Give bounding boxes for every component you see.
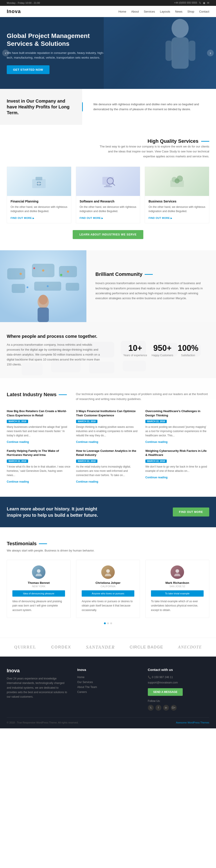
news-card-2: Overcoming Healthcare's Challenges in De… bbox=[145, 409, 209, 443]
footer-link-services[interactable]: Our Services bbox=[77, 681, 93, 684]
service-illustration-1 bbox=[30, 173, 48, 190]
service-card-title-3: Business Services bbox=[148, 199, 206, 203]
community-content: Brilliant Community Inova's process tran… bbox=[86, 260, 216, 312]
hero-cta-button[interactable]: Get Started Now bbox=[7, 65, 50, 74]
service-card-link-2[interactable]: FIND OUT MORE bbox=[80, 217, 103, 219]
footer-link-home[interactable]: Home bbox=[77, 676, 84, 679]
clients-section: QUIRREL CORDEX Santander CIRCLE BADGE An… bbox=[0, 638, 216, 656]
news-card-title-5: Weighing Cybersecurity Risk Factors in L… bbox=[145, 449, 209, 457]
svg-point-35 bbox=[39, 295, 48, 305]
nav-home[interactable]: Home bbox=[118, 10, 126, 13]
client-logo-4: Anecdote bbox=[178, 645, 202, 650]
social-icon-in[interactable]: in bbox=[163, 705, 169, 711]
send-message-button[interactable]: SEND A MESSAGE bbox=[148, 688, 183, 696]
testimonial-btn-2[interactable]: To take trivial example bbox=[151, 590, 204, 597]
dot-2[interactable] bbox=[110, 622, 112, 624]
stat-customers-label: Happy Customers bbox=[152, 354, 173, 357]
news-card-snippet-5: We don't have to go very far back in tim… bbox=[145, 465, 209, 473]
nav-about[interactable]: About bbox=[131, 10, 139, 13]
nav-contact[interactable]: Contact bbox=[199, 10, 209, 13]
svg-rect-4 bbox=[189, 41, 195, 61]
hero-title: Global Project Management Services & Sol… bbox=[7, 32, 106, 48]
news-grid: How Big Box Retailers Can Create a World… bbox=[7, 409, 209, 483]
svg-rect-12 bbox=[104, 186, 112, 187]
news-header: Latest Industry News Our technical exper… bbox=[7, 392, 209, 402]
invest-left: Invest in Our Company and have Healthy P… bbox=[0, 89, 82, 125]
community-title: Brilliant Community bbox=[96, 271, 207, 277]
client-logo-2: Santander bbox=[86, 645, 115, 650]
footer-col-contact: Contact with us 📞 0 150 987 246 11 suppo… bbox=[148, 668, 209, 711]
news-card-continue-1[interactable]: Continue reading bbox=[76, 440, 98, 443]
svg-point-48 bbox=[176, 569, 179, 573]
hero-image bbox=[104, 17, 216, 89]
stat-experience: 10+ Years of experience bbox=[123, 343, 147, 357]
logo: Inova bbox=[7, 8, 21, 14]
dot-1[interactable] bbox=[107, 622, 109, 624]
follow-label: Follow Us: bbox=[148, 700, 160, 703]
news-card-continue-2[interactable]: Continue reading bbox=[145, 440, 168, 443]
future-cta-button[interactable]: FIND OUT MORE bbox=[173, 507, 209, 517]
invest-text: We denounce with righteous indignation a… bbox=[93, 102, 207, 112]
news-card-snippet-2: In a recent posting we discussed 'journe… bbox=[145, 425, 209, 438]
news-description: Our technical experts are developing new… bbox=[76, 392, 209, 402]
footer-theme-link[interactable]: Awesome WordPress Themes bbox=[176, 721, 209, 724]
hero-prev-button[interactable]: ‹ bbox=[2, 50, 9, 56]
nav-services[interactable]: Services bbox=[144, 10, 155, 13]
footer-link-careers[interactable]: Careers bbox=[77, 690, 87, 693]
services-description: The best way to get to know our company … bbox=[97, 144, 209, 159]
nav-news[interactable]: News bbox=[175, 10, 183, 13]
hero-illustration bbox=[104, 17, 216, 89]
social-icon-t[interactable]: 𝕏 bbox=[148, 705, 154, 711]
service-card-image-2 bbox=[76, 167, 140, 196]
social-icon-f[interactable]: f bbox=[156, 705, 161, 711]
dot-0[interactable] bbox=[104, 622, 106, 624]
service-card-link-3[interactable]: FIND OUT MORE bbox=[148, 217, 172, 219]
nav-layouts[interactable]: Layouts bbox=[160, 10, 170, 13]
learn-btn-wrap: LEARN ABOUT INDUSTRIES WE SERVE bbox=[7, 230, 209, 239]
footer-link-team[interactable]: About The Team bbox=[77, 685, 97, 689]
hero-content: Global Project Management Services & Sol… bbox=[7, 32, 106, 74]
hero-next-button[interactable]: › bbox=[207, 50, 214, 56]
news-card-date-4: MARCH 22, 2018 bbox=[76, 460, 98, 463]
news-card-title-1: 3 Ways Financial Institutions Can Optimi… bbox=[76, 409, 140, 417]
social-icon-instagram[interactable]: ◉ bbox=[203, 1, 205, 4]
footer-about-text: Over 24 years experience and knowledge i… bbox=[7, 676, 68, 699]
testimonial-quote-2: To take trivial example which of us ever… bbox=[151, 599, 204, 612]
news-card-continue-5[interactable]: Continue reading bbox=[145, 476, 168, 479]
svg-rect-23 bbox=[12, 284, 25, 293]
social-icon-mail[interactable]: ✉ bbox=[207, 1, 209, 4]
footer-logo: Inova bbox=[7, 668, 68, 674]
social-icon-g[interactable]: G+ bbox=[171, 705, 177, 711]
news-card-continue-0[interactable]: Continue reading bbox=[7, 440, 29, 443]
service-card-body-2: Software and Research On the other hand,… bbox=[76, 196, 140, 223]
learn-industries-button[interactable]: LEARN ABOUT INDUSTRIES WE SERVE bbox=[73, 230, 143, 239]
news-card-date-5: MARCH 22, 2018 bbox=[145, 460, 167, 463]
testimonial-role-0: NEW YORK bbox=[12, 585, 65, 588]
service-illustration-2 bbox=[99, 173, 117, 190]
news-card-date-0: MARCH 22, 2018 bbox=[7, 420, 28, 423]
top-bar: Monday - Friday 10:00 - 21:00 +44 (0)555… bbox=[0, 0, 216, 6]
phone-icon: 📞 bbox=[148, 676, 152, 679]
footer-col-links: Inova Home Our Services About The Team C… bbox=[77, 668, 139, 711]
svg-point-32 bbox=[60, 274, 62, 276]
testimonial-btn-1[interactable]: Anyone who loves or pursues bbox=[82, 590, 134, 597]
svg-rect-6 bbox=[35, 177, 42, 180]
testimonial-card-2: Mark Richardson SAN JOSE 52 To take triv… bbox=[145, 560, 209, 618]
nav-shop[interactable]: Shop bbox=[187, 10, 194, 13]
process-inner: Where people and process come together. … bbox=[7, 333, 209, 367]
stat-satisfaction-label: Satisfaction bbox=[178, 354, 198, 357]
news-card-continue-3[interactable]: Continue reading bbox=[7, 480, 29, 483]
testimonial-name-0: Thomas Bennet bbox=[12, 581, 65, 585]
news-card-0: How Big Box Retailers Can Create a World… bbox=[7, 409, 71, 443]
service-card-desc-3: On the other hand, we denounce with righ… bbox=[148, 205, 206, 214]
news-section: Latest Industry News Our technical exper… bbox=[0, 378, 216, 497]
services-header: High Quality Services bbox=[7, 138, 209, 144]
top-bar-phone: +44 (0)555 555 5555 bbox=[174, 1, 197, 4]
news-card-4: How to Leverage Customer Analytics in th… bbox=[76, 449, 140, 483]
testimonial-btn-0[interactable]: Idea of denouncing pleasure bbox=[12, 590, 65, 597]
footer-follow: Follow Us: 𝕏 f in G+ bbox=[148, 699, 209, 711]
footer-links-list: Home Our Services About The Team Careers bbox=[77, 675, 139, 693]
news-card-continue-4[interactable]: Continue reading bbox=[76, 480, 98, 483]
service-card-link-1[interactable]: FIND OUT MORE bbox=[10, 217, 34, 219]
social-icon-twitter[interactable]: 𝕏 bbox=[199, 1, 201, 4]
